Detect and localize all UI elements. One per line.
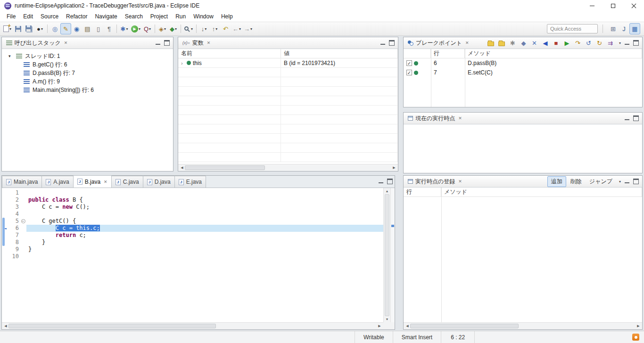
column-header[interactable]: 値 — [281, 49, 398, 58]
java-perspective-button[interactable]: J — [619, 23, 629, 34]
quick-access-input[interactable]: Quick Access — [547, 24, 598, 33]
breakpoint-checkbox[interactable]: ✓ — [406, 60, 412, 66]
browser-button[interactable]: ◉ — [71, 23, 82, 34]
breakpoint-row[interactable]: ✓7E.setC(C) — [404, 68, 642, 77]
current-execution-tab[interactable]: 現在の実行時点 ✕ — [405, 113, 464, 124]
registry-horizontal-scrollbar[interactable]: ◀ ▶ — [404, 322, 642, 329]
overview-selection-marker[interactable] — [391, 225, 394, 227]
step-back-button[interactable]: ◀ — [540, 37, 551, 49]
registry-delete-button[interactable]: 削除 — [567, 177, 585, 187]
scrollbar-thumb[interactable] — [410, 324, 519, 328]
skip-all-breakpoints-button[interactable]: ◎ — [50, 23, 60, 34]
preferences-button[interactable]: ✱ — [507, 37, 518, 49]
scroll-up-icon[interactable]: ▲ — [384, 188, 390, 194]
back-button[interactable]: ←▾ — [231, 23, 242, 34]
scrollbar-thumb[interactable] — [185, 165, 265, 170]
variables-tab[interactable]: (x)= 変数 ✕ — [180, 37, 213, 49]
menu-window[interactable]: Window — [190, 12, 217, 21]
open-perspective-button[interactable]: ⊞ — [608, 23, 619, 34]
line-number[interactable]: 8 — [8, 239, 20, 246]
close-view-icon[interactable]: ✕ — [458, 179, 462, 184]
scroll-right-icon[interactable]: ▶ — [391, 164, 397, 171]
column-header[interactable]: 行 — [431, 49, 465, 58]
menu-navigate[interactable]: Navigate — [91, 12, 121, 21]
scroll-right-icon[interactable]: ▶ — [636, 323, 641, 329]
last-edit-location-button[interactable]: ↶ — [220, 23, 231, 34]
scroll-down-icon[interactable]: ▼ — [384, 316, 390, 322]
new-java-project-button[interactable]: ◈▾ — [157, 23, 168, 34]
maximize-view-button[interactable] — [389, 40, 395, 46]
breakpoint-row[interactable]: ✓6D.passB(B) — [404, 58, 642, 68]
menu-run[interactable]: Run — [172, 12, 190, 21]
menu-project[interactable]: Project — [147, 12, 172, 21]
line-number[interactable]: 2 — [8, 196, 20, 204]
column-header[interactable]: メソッド — [465, 49, 642, 58]
maximize-view-button[interactable] — [633, 115, 639, 121]
editor-tab-d-java[interactable]: JD.java — [143, 176, 175, 188]
code-text[interactable] — [26, 253, 383, 260]
execution-registry-tab[interactable]: 実行時点の登録 ✕ — [405, 176, 464, 187]
line-number[interactable]: 10 — [8, 253, 20, 260]
close-tab-icon[interactable]: ✕ — [104, 180, 107, 184]
maximize-view-button[interactable] — [633, 40, 639, 46]
line-number[interactable]: 3 — [8, 204, 20, 211]
scroll-left-icon[interactable]: ◀ — [179, 164, 185, 171]
editor-tab-b-java[interactable]: JB.java✕ — [73, 175, 112, 188]
stack-frame[interactable]: D.passB(B) 行: 7 — [2, 69, 173, 77]
call-stack-tab[interactable]: 呼び出しスタック ✕ — [4, 37, 70, 49]
editor-tab-a-java[interactable]: JA.java — [41, 176, 73, 188]
menu-help[interactable]: Help — [217, 12, 237, 21]
view-menu-icon[interactable]: ▾ — [619, 180, 621, 184]
replay-button[interactable]: ↻ — [594, 37, 605, 49]
line-number[interactable]: 6 — [8, 225, 20, 232]
menu-edit[interactable]: Edit — [19, 12, 37, 21]
code-text[interactable]: } — [26, 239, 383, 246]
editor-horizontal-scrollbar[interactable]: ◀ ▶ — [2, 322, 383, 329]
forward-button[interactable]: →▾ — [242, 23, 254, 34]
line-number[interactable]: 4 — [8, 211, 20, 218]
minimize-view-button[interactable] — [624, 115, 630, 121]
minimize-editor-button[interactable] — [378, 179, 384, 184]
next-annotation-button[interactable]: ↓▾ — [198, 23, 209, 34]
close-view-icon[interactable]: ✕ — [64, 41, 68, 45]
maximize-window-button[interactable] — [603, 0, 623, 11]
stack-frame[interactable]: Main.main(String[]) 行: 6 — [2, 86, 173, 94]
code-text[interactable] — [26, 189, 383, 196]
console-button[interactable]: ▯ — [93, 23, 104, 34]
coverage-button[interactable]: Q▾ — [142, 23, 153, 34]
close-window-button[interactable] — [623, 0, 644, 11]
overview-ruler[interactable] — [390, 188, 395, 322]
minimize-window-button[interactable] — [582, 0, 603, 11]
open-resource-button[interactable]: ▤ — [82, 23, 93, 34]
maximize-editor-button[interactable] — [387, 179, 393, 184]
run-button[interactable]: ▶▾ — [130, 23, 142, 34]
line-number[interactable]: 5 — [8, 218, 20, 225]
registry-add-button[interactable]: 追加 — [547, 176, 566, 187]
menu-refactor[interactable]: Refactor — [62, 12, 91, 21]
open-trace-button[interactable] — [486, 37, 496, 49]
save-trace-button[interactable] — [496, 37, 507, 49]
minimize-view-button[interactable] — [155, 40, 161, 46]
resume-button[interactable]: ▶ — [561, 37, 572, 49]
thread-row[interactable]: ▾スレッドID: 1 — [2, 52, 173, 60]
column-header[interactable]: 行 — [404, 188, 441, 196]
save-button[interactable] — [13, 23, 24, 34]
close-view-icon[interactable]: ✕ — [207, 41, 211, 45]
filter-button[interactable]: ◆ — [518, 37, 529, 49]
code-text[interactable] — [26, 211, 383, 218]
minimize-view-button[interactable] — [624, 40, 630, 46]
code-text[interactable]: } — [26, 246, 383, 253]
breakpoint-checkbox[interactable]: ✓ — [406, 70, 412, 75]
line-number[interactable]: 9 — [8, 246, 20, 253]
insert-mode-status[interactable]: Smart Insert — [393, 331, 441, 343]
code-area[interactable]: 12public class B {3 C c = new C();45− C … — [2, 188, 383, 322]
variables-horizontal-scrollbar[interactable]: ◀ ▶ — [178, 164, 398, 171]
fold-collapse-icon[interactable]: − — [21, 219, 25, 223]
jump-button[interactable]: ⇉ — [605, 37, 616, 49]
code-text[interactable]: C c = new C(); — [26, 204, 383, 211]
notification-icon[interactable] — [632, 334, 639, 341]
menu-search[interactable]: Search — [121, 12, 147, 21]
scrollbar-thumb[interactable] — [385, 194, 389, 316]
search-button[interactable]: ▾ — [183, 23, 194, 34]
save-all-button[interactable] — [24, 23, 34, 34]
